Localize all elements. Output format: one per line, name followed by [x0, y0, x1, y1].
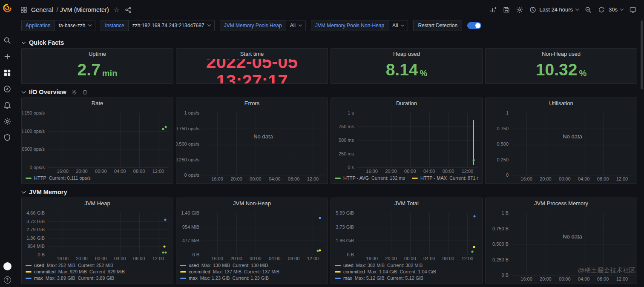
explore-compass-icon[interactable]: [3, 85, 11, 93]
legend-label: committed: [343, 269, 365, 275]
plot-area[interactable]: [357, 113, 478, 167]
section-io-overview[interactable]: I/O Overview: [14, 84, 644, 98]
section-collapse-chevron-icon[interactable]: [22, 189, 26, 194]
dashboard-settings-gear-icon[interactable]: [516, 6, 523, 13]
breadcrumb-folder[interactable]: General: [31, 6, 53, 13]
variable-value-dropdown[interactable]: ta-base-zzh: [55, 20, 96, 31]
panel-header[interactable]: Errors: [176, 98, 328, 109]
plot-area[interactable]: [357, 213, 478, 255]
plot-area[interactable]: No data: [203, 113, 324, 175]
share-icon[interactable]: [125, 6, 132, 13]
section-quick-facts[interactable]: Quick Facts: [14, 34, 644, 48]
panel-title: Heap used: [393, 51, 420, 57]
scrollbar-thumb[interactable]: [641, 20, 643, 89]
save-dashboard-icon[interactable]: [503, 6, 510, 13]
y-tick-label: 0.250: [497, 157, 509, 162]
v-gridline: [101, 113, 101, 167]
legend-item[interactable]: maxMax: 5.12 GiBCurrent: 5.12 GiB: [335, 275, 477, 281]
series-point: [164, 245, 166, 247]
y-tick-label: 1.40 GiB: [181, 210, 199, 215]
panel-header[interactable]: JVM Heap: [22, 198, 173, 209]
breadcrumb-dashboard-title[interactable]: JVM (Micrometer): [60, 6, 109, 13]
alerting-bell-icon[interactable]: [3, 101, 11, 109]
time-range-picker[interactable]: Last 24 hours: [529, 6, 578, 13]
plot-area[interactable]: [203, 213, 324, 255]
y-tick-label: 0.500: [497, 141, 509, 146]
panel-header[interactable]: JVM Non-Heap: [176, 198, 328, 209]
cycle-view-tv-icon[interactable]: [630, 6, 636, 13]
topnav-actions: Last 24 hours 30s: [490, 6, 636, 13]
configuration-gear-icon[interactable]: [3, 118, 11, 125]
x-tick-label: 00:00: [250, 176, 262, 181]
section-collapse-chevron-icon[interactable]: [22, 89, 26, 94]
panel-header[interactable]: Non-Heap used: [486, 49, 637, 59]
legend-item[interactable]: HTTP - AVGCurrent: 132 ms: [335, 175, 405, 181]
add-panel-icon[interactable]: [490, 6, 497, 13]
legend-item[interactable]: usedMax: 252 MiBCurrent: 252 MiB: [26, 262, 168, 269]
plot-area[interactable]: [48, 113, 169, 167]
variable-value-dropdown[interactable]: All: [286, 20, 306, 31]
x-tick-label: 00:00: [250, 256, 262, 261]
x-tick-label: 16:00: [366, 256, 378, 261]
dashboards-icon[interactable]: [3, 69, 11, 77]
chevron-down-icon: [620, 7, 624, 10]
panel-title: JVM Non-Heap: [233, 200, 271, 207]
legend-item[interactable]: usedMax: 382 MiBCurrent: 382 MiB: [335, 262, 477, 269]
server-admin-shield-icon[interactable]: [3, 134, 11, 141]
section-delete-trash-icon[interactable]: [82, 89, 88, 95]
legend-item[interactable]: committedMax: 137 MiBCurrent: 137 MiB: [180, 269, 323, 275]
section-jvm-memory[interactable]: JVM Memory: [14, 184, 644, 198]
legend-item[interactable]: usedMax: 130 MiBCurrent: 130 MiB: [180, 262, 323, 269]
clock-icon: [529, 6, 536, 13]
v-gridline: [584, 213, 584, 275]
plot-area[interactable]: [48, 213, 169, 255]
y-tick-label: 0.500 ops/s: [176, 141, 199, 146]
x-axis: 16:0020:0000:0004:0008:0012:00: [357, 167, 478, 175]
panel-title: Utilisation: [549, 100, 573, 106]
user-avatar[interactable]: [3, 262, 12, 270]
v-gridline: [158, 213, 158, 255]
variable-selected-value: zzh:192.168.74.243:213447697: [132, 23, 204, 29]
search-icon[interactable]: [3, 37, 11, 44]
variable-value-dropdown[interactable]: All: [388, 20, 408, 31]
panel-header[interactable]: Duration: [331, 98, 482, 109]
h-gridline: [203, 213, 324, 213]
legend-item[interactable]: maxMax: 1.23 GiBCurrent: 1.23 GiB: [180, 275, 323, 281]
v-gridline: [313, 213, 313, 255]
variable-value-dropdown[interactable]: zzh:192.168.74.243:213447697: [128, 20, 215, 31]
panel-header[interactable]: Heap used: [331, 49, 482, 59]
restart-detection-toggle[interactable]: [467, 22, 481, 29]
grafana-logo[interactable]: [3, 3, 12, 13]
legend-item[interactable]: HTTP - MAXCurrent: 871 ms: [412, 175, 478, 181]
legend-item[interactable]: committedMax: 929 MiBCurrent: 929 MiB: [26, 269, 168, 275]
star-favorite-icon[interactable]: ☆: [114, 6, 119, 14]
panel-header[interactable]: Utilisation: [486, 98, 637, 109]
section-settings-gear-icon[interactable]: [72, 89, 77, 95]
legend-item[interactable]: HTTPCurrent: 0.111 ops/s: [26, 175, 91, 181]
panel-header[interactable]: Start time: [176, 49, 328, 59]
panel-header[interactable]: JVM Total: [331, 198, 482, 209]
h-gridline: [48, 131, 169, 132]
help-icon[interactable]: ?: [4, 276, 11, 284]
create-plus-icon[interactable]: [3, 53, 11, 60]
sidebar: ?: [0, 0, 14, 287]
refresh-interval-dropdown[interactable]: 30s: [609, 6, 623, 13]
plot-area[interactable]: No data: [512, 113, 633, 175]
v-gridline: [603, 113, 604, 175]
utilisation-chart: 10.7500.5000.2500No data16:0020:0000:000…: [486, 109, 637, 184]
legend-item[interactable]: maxMax: 3.89 GiBCurrent: 3.89 GiB: [26, 275, 168, 281]
plot-area[interactable]: No data: [512, 213, 633, 275]
section-collapse-chevron-icon[interactable]: [22, 40, 26, 44]
h-gridline: [203, 241, 324, 241]
series-point: [473, 246, 475, 248]
legend: usedMax: 382 MiBCurrent: 382 MiBcommitte…: [333, 262, 478, 282]
restart-detection-button[interactable]: Restart Detection: [413, 20, 462, 31]
panel-header[interactable]: Uptime: [22, 49, 173, 59]
panel-header[interactable]: JVM Process Memory: [486, 198, 637, 209]
x-tick-label: 08:00: [597, 176, 609, 181]
legend-item[interactable]: committedMax: 1.04 GiBCurrent: 1.04 GiB: [335, 269, 477, 275]
refresh-icon[interactable]: [598, 6, 605, 13]
zoom-out-icon[interactable]: [585, 6, 592, 13]
panel-header[interactable]: Rate: [22, 98, 173, 109]
legend-stat: Max: 3.89 GiB: [46, 275, 75, 281]
